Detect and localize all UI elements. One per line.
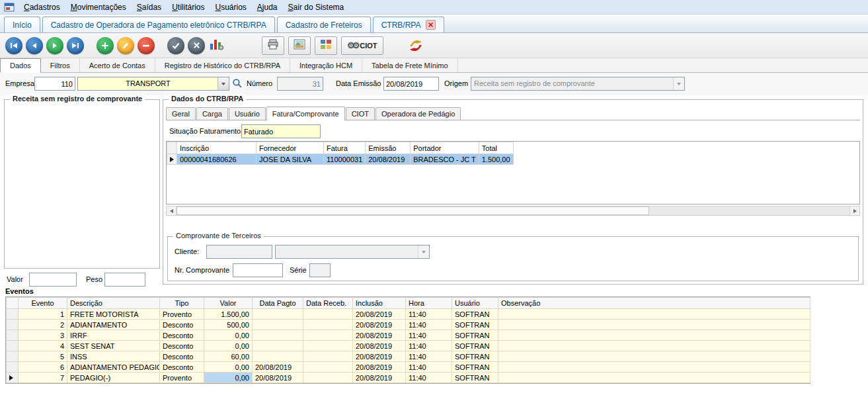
evento-row[interactable]: 1 FRETE MOTORISTA Provento 1.500,00 20/0… — [7, 309, 810, 320]
cell-valor[interactable]: 0,00 — [204, 362, 253, 373]
cell-inclusao[interactable]: 20/08/2019 — [353, 341, 406, 351]
cell-hora[interactable]: 11:40 — [406, 330, 452, 341]
cell-data-pagto[interactable] — [253, 351, 303, 362]
nav-next-button[interactable] — [46, 37, 63, 54]
cell-evento[interactable]: 3 — [19, 330, 67, 341]
menu-ajuda[interactable]: Ajuda — [252, 1, 283, 13]
peso-input[interactable] — [104, 273, 145, 287]
cell-tipo[interactable]: Provento — [160, 309, 204, 320]
cell-descricao[interactable]: PEDAGIO(-) — [67, 373, 160, 383]
numero-input[interactable] — [277, 77, 323, 91]
column-header[interactable]: Data Pagto — [253, 298, 303, 309]
cell-observacao[interactable] — [498, 320, 810, 330]
tab-cadastro-freteiros[interactable]: Cadastro de Freteiros — [277, 17, 371, 32]
cell-data-receb[interactable] — [303, 320, 353, 330]
ctrb-tab-carga[interactable]: Carga — [196, 107, 228, 120]
cell-valor[interactable]: 500,00 — [204, 320, 253, 330]
subtab-tabela-frete-minimo[interactable]: Tabela de Frete Mínimo — [362, 58, 458, 72]
cell-emissao[interactable]: 20/08/2019 — [366, 154, 411, 165]
cell-tipo[interactable]: Desconto — [160, 341, 204, 351]
cell-inclusao[interactable]: 20/08/2019 — [353, 351, 406, 362]
origem-combo[interactable]: Receita sem registro de comprovante — [471, 77, 685, 91]
cell-data-receb[interactable] — [303, 309, 353, 320]
cell-inclusao[interactable]: 20/08/2019 — [353, 320, 406, 330]
cell-tipo[interactable]: Desconto — [160, 320, 204, 330]
horizontal-scrollbar[interactable] — [166, 206, 860, 216]
column-header[interactable]: Fornecedor — [256, 142, 324, 154]
nav-prev-button[interactable] — [26, 37, 43, 54]
serie-input[interactable] — [309, 263, 331, 277]
evento-row[interactable]: 2 ADIANTAMENTO Desconto 500,00 20/08/201… — [7, 320, 810, 330]
cell-descricao[interactable]: ADIANTAMENTO — [67, 320, 160, 330]
cell-fatura[interactable]: 110000031 — [324, 154, 366, 165]
cell-hora[interactable]: 11:40 — [406, 341, 452, 351]
nr-comprovante-input[interactable] — [233, 263, 283, 277]
cell-evento[interactable]: 1 — [19, 309, 67, 320]
column-header[interactable]: Hora — [406, 298, 452, 309]
ctrb-tab-operadora-pedagio[interactable]: Operadora de Pedágio — [375, 107, 461, 120]
confirm-button[interactable] — [167, 37, 184, 54]
print-button[interactable] — [262, 36, 284, 55]
empresa-combo[interactable]: TRANSPORT — [77, 77, 229, 91]
cell-data-receb[interactable] — [303, 351, 353, 362]
cell-hora[interactable]: 11:40 — [406, 351, 452, 362]
cell-valor[interactable]: 60,00 — [204, 351, 253, 362]
column-header[interactable]: Data Receb. — [303, 298, 353, 309]
cell-data-pagto[interactable] — [253, 330, 303, 341]
cell-hora[interactable]: 11:40 — [406, 320, 452, 330]
cell-descricao[interactable]: ADIANTAMENTO PEDAGIO(+) — [67, 362, 160, 373]
cell-hora[interactable]: 11:40 — [406, 309, 452, 320]
cell-usuario[interactable]: SOFTRAN — [452, 373, 498, 383]
cell-descricao[interactable]: INSS — [67, 351, 160, 362]
cell-data-pagto[interactable] — [253, 341, 303, 351]
edit-record-button[interactable] — [117, 37, 134, 54]
cell-usuario[interactable]: SOFTRAN — [452, 330, 498, 341]
chevron-down-icon[interactable] — [673, 77, 684, 90]
situacao-faturamento-input[interactable] — [241, 124, 321, 138]
cliente-combo[interactable] — [275, 245, 430, 259]
tab-ctrb-rpa[interactable]: CTRB/RPA — [373, 17, 444, 32]
cell-evento[interactable]: 2 — [19, 320, 67, 330]
delete-record-button[interactable] — [138, 37, 155, 54]
cell-usuario[interactable]: SOFTRAN — [452, 320, 498, 330]
cell-descricao[interactable]: IRRF — [67, 330, 160, 341]
cell-inscricao[interactable]: 00000041680626 — [177, 154, 256, 165]
subtab-integracao-hcm[interactable]: Integração HCM — [290, 58, 362, 72]
cell-observacao[interactable] — [498, 330, 810, 341]
menu-movimentacoes[interactable]: Movimentações — [65, 1, 132, 13]
close-tab-icon[interactable] — [426, 20, 436, 30]
cell-valor-selected[interactable]: 0,00 — [204, 373, 253, 383]
cell-usuario[interactable]: SOFTRAN — [452, 341, 498, 351]
cell-evento[interactable]: 7 — [19, 373, 67, 383]
scrollbar-thumb[interactable] — [177, 206, 649, 215]
tab-inicio[interactable]: Início — [4, 17, 40, 32]
chart-options-button[interactable] — [208, 36, 225, 54]
cell-usuario[interactable]: SOFTRAN — [452, 351, 498, 362]
evento-row[interactable]: 4 SEST SENAT Desconto 0,00 20/08/2019 11… — [7, 341, 810, 351]
cell-hora[interactable]: 11:40 — [406, 362, 452, 373]
cell-tipo[interactable]: Desconto — [160, 362, 204, 373]
cell-valor[interactable]: 0,00 — [204, 341, 253, 351]
column-header[interactable]: Tipo — [160, 298, 204, 309]
menu-utilitarios[interactable]: Utilitários — [167, 1, 210, 13]
cell-descricao[interactable]: FRETE MOTORISTA — [67, 309, 160, 320]
cell-usuario[interactable]: SOFTRAN — [452, 362, 498, 373]
ctrb-tab-usuario[interactable]: Usuário — [229, 107, 266, 120]
cell-data-receb[interactable] — [303, 362, 353, 373]
integration-button[interactable] — [315, 36, 337, 55]
cell-evento[interactable]: 4 — [19, 341, 67, 351]
cell-observacao[interactable] — [498, 351, 810, 362]
column-header[interactable]: Inscrição — [177, 142, 256, 154]
cell-descricao[interactable]: SEST SENAT — [67, 341, 160, 351]
empresa-code-input[interactable] — [34, 77, 75, 91]
column-header[interactable]: Inclusão — [353, 298, 406, 309]
nav-last-button[interactable] — [67, 37, 84, 54]
cell-data-pagto[interactable] — [253, 309, 303, 320]
cell-inclusao[interactable]: 20/08/2019 — [353, 362, 406, 373]
evento-row[interactable]: 5 INSS Desconto 60,00 20/08/2019 11:40 S… — [7, 351, 810, 362]
column-header[interactable]: Descrição — [67, 298, 160, 309]
subtab-registro-historico[interactable]: Registro de Histórico do CTRB/RPA — [155, 58, 290, 72]
cell-data-pagto[interactable] — [253, 320, 303, 330]
cell-inclusao[interactable]: 20/08/2019 — [353, 373, 406, 383]
data-emissao-input[interactable] — [383, 77, 439, 91]
